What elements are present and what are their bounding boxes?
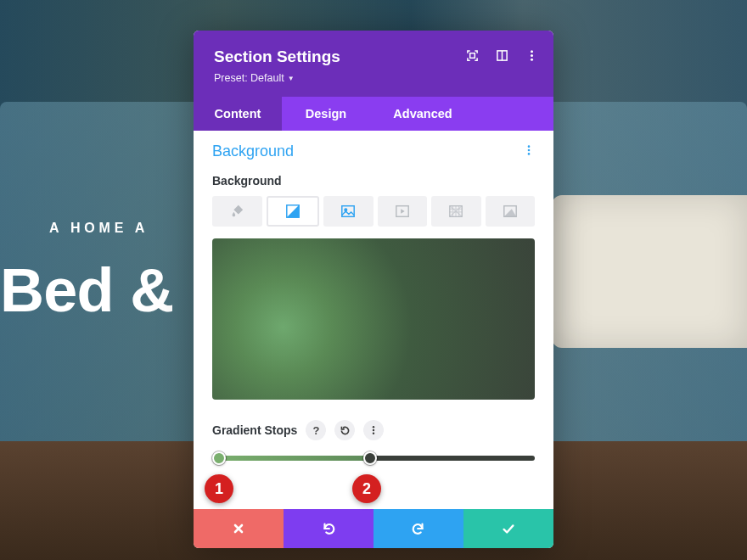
svg-point-4 [531,54,533,57]
hero-title: Bed & [0,260,173,321]
bg-tab-fill[interactable] [212,196,262,227]
background-type-tabs [212,196,535,227]
gradient-stops-label: Gradient Stops [212,423,297,437]
preset-label: Preset: Default [214,72,284,84]
panel-header: Section Settings Preset: Default ▼ [194,31,553,97]
tab-advanced[interactable]: Advanced [370,97,475,131]
svg-point-16 [373,429,374,431]
kebab-menu-icon[interactable] [525,49,538,62]
annotation-1: 1 [205,474,233,503]
close-button[interactable] [194,509,284,548]
gradient-stops-menu[interactable] [363,420,384,440]
tab-design[interactable]: Design [282,97,370,131]
gradient-stops-slider[interactable] [212,451,535,466]
svg-point-15 [373,426,374,428]
section-kebab-icon[interactable] [523,144,535,160]
bg-tab-video[interactable] [378,196,428,227]
redo-button[interactable] [374,509,463,548]
background-label: Background [212,174,535,188]
snap-icon[interactable] [496,49,508,62]
panel-body: Background Background [194,131,553,509]
svg-point-5 [531,59,533,61]
annotation-2: 2 [352,474,381,503]
gradient-preview[interactable] [212,238,535,400]
blanket-graphic [552,195,747,348]
preset-dropdown[interactable]: Preset: Default ▼ [214,72,295,84]
bg-tab-mask[interactable] [486,196,536,227]
panel-footer [194,509,553,548]
svg-point-17 [373,433,374,434]
undo-button[interactable] [284,509,374,548]
bg-tab-gradient[interactable] [267,196,320,227]
gradient-stop-1[interactable] [363,451,377,465]
reset-button[interactable] [334,420,355,440]
save-button[interactable] [463,509,553,548]
svg-point-3 [531,50,533,53]
section-settings-panel: Section Settings Preset: Default ▼ Conte… [194,31,553,548]
bg-tab-pattern[interactable] [431,196,481,227]
svg-point-8 [528,153,531,155]
svg-point-7 [528,148,531,151]
panel-header-actions [466,49,538,62]
expand-icon[interactable] [466,49,479,62]
help-button[interactable]: ? [306,420,326,440]
tab-content[interactable]: Content [194,97,282,131]
panel-tabs: Content Design Advanced [194,97,553,131]
hero-text-block: A HOME A Bed & [0,221,173,321]
bg-tab-image[interactable] [323,196,374,227]
gradient-stop-0[interactable] [212,451,226,465]
hero-subhead: A HOME A [0,221,173,236]
svg-point-6 [528,145,531,148]
section-heading-background[interactable]: Background [212,143,294,160]
chevron-down-icon: ▼ [288,75,295,82]
svg-rect-10 [342,206,354,217]
svg-rect-0 [470,53,475,59]
